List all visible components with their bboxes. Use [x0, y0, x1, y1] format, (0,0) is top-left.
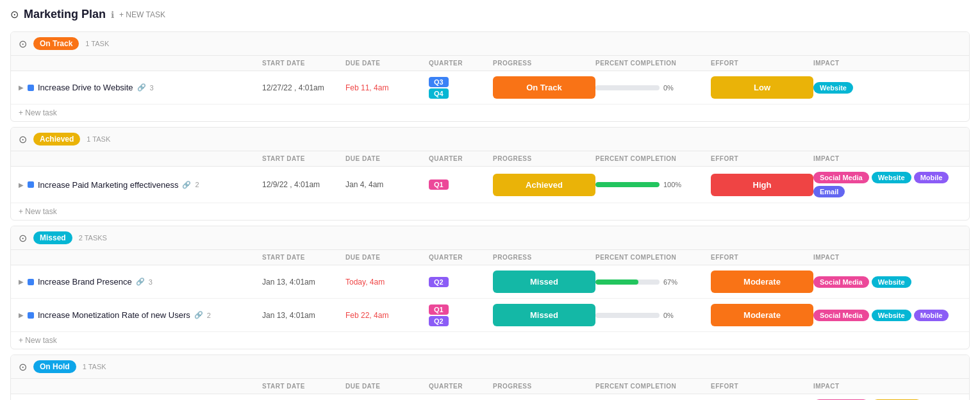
task-name: Increase Paid Marketing effectiveness: [38, 180, 178, 190]
impact-tag: Website: [872, 310, 911, 321]
effort-pill: High: [711, 174, 813, 196]
col-effort: EFFORT: [711, 155, 813, 162]
quarter-tag: Q1: [429, 179, 449, 190]
percent-cell: 0%: [595, 312, 711, 319]
col-progress: PROGRESS: [493, 254, 595, 261]
progress-bar-bg: [595, 182, 660, 187]
chevron-icon[interactable]: ⊙: [19, 133, 27, 146]
chevron-icon[interactable]: ⊙: [19, 38, 27, 50]
expand-icon[interactable]: ▶: [19, 278, 24, 285]
status-badge-achieved: Achieved: [33, 133, 80, 146]
subtask-link-icon: 🔗: [182, 181, 191, 189]
progress-pill: Missed: [493, 271, 595, 293]
effort-pill: Low: [711, 76, 813, 99]
due-date: Today, 4am: [345, 278, 429, 287]
page-title: Marketing Plan: [24, 8, 106, 21]
col-task: [19, 60, 262, 67]
percent-text: 67%: [663, 278, 677, 286]
quarter-cell: Q1Q2: [429, 304, 493, 326]
col-due-date: DUE DATE: [345, 155, 429, 162]
col-task: [19, 254, 262, 261]
progress-cell: Missed: [493, 271, 595, 293]
progress-bar-bg: [595, 279, 660, 285]
section-header-missed: ⊙ Missed 2 TASKS: [11, 226, 969, 250]
quarter-tag: Q3: [429, 77, 449, 87]
impact-cell: Social MediaWebsiteMobileEmail: [813, 172, 961, 197]
info-icon[interactable]: ℹ: [111, 10, 114, 20]
expand-icon[interactable]: ▶: [19, 84, 24, 91]
task-name-cell: ▶ Increase Drive to Website 🔗 3: [19, 83, 262, 92]
quarter-tag: Q2: [429, 277, 449, 287]
new-task-row[interactable]: + New task: [11, 203, 969, 220]
new-task-button[interactable]: + NEW TASK: [119, 10, 165, 19]
col-effort: EFFORT: [711, 383, 813, 390]
chevron-icon[interactable]: ⊙: [19, 361, 27, 373]
progress-cell: Missed: [493, 304, 595, 326]
col-due-date: DUE DATE: [345, 383, 429, 390]
subtask-count: 3: [150, 84, 154, 92]
subtask-link-icon: 🔗: [136, 278, 145, 286]
effort-pill: Moderate: [711, 304, 813, 326]
impact-tag: Mobile: [914, 172, 949, 183]
col-effort: EFFORT: [711, 60, 813, 67]
start-date: 12/27/22 , 4:01am: [262, 83, 345, 92]
due-date: Jan 4, 4am: [345, 180, 429, 189]
progress-bar-bg: [595, 313, 660, 318]
col-percent: PERCENT COMPLETION: [595, 155, 711, 162]
effort-pill: Moderate: [711, 271, 813, 293]
section-onhold: ⊙ On Hold 1 TASK START DATE DUE DATE QUA…: [10, 354, 970, 400]
status-badge-ontrack: On Track: [33, 37, 79, 50]
quarter-cell: Q1: [429, 179, 493, 190]
start-date: Jan 13, 4:01am: [262, 311, 345, 320]
effort-cell: Moderate: [711, 304, 813, 326]
col-percent: PERCENT COMPLETION: [595, 383, 711, 390]
col-task: [19, 155, 262, 162]
table-row: ▶ Increase Monetization Rate of new User…: [11, 299, 969, 332]
percent-text: 0%: [663, 84, 674, 92]
column-headers: START DATE DUE DATE QUARTER PROGRESS PER…: [11, 379, 969, 394]
col-due-date: DUE DATE: [345, 60, 429, 67]
task-name: Increase Brand Presence: [38, 277, 132, 287]
new-task-row[interactable]: + New task: [11, 332, 969, 349]
section-header-ontrack: ⊙ On Track 1 TASK: [11, 32, 969, 56]
percent-text: 100%: [663, 181, 681, 188]
progress-cell: Achieved: [493, 174, 595, 196]
task-name-cell: ▶ Increase Paid Marketing effectiveness …: [19, 180, 262, 190]
chevron-icon[interactable]: ⊙: [19, 232, 27, 244]
task-dot: [28, 279, 34, 285]
column-headers: START DATE DUE DATE QUARTER PROGRESS PER…: [11, 250, 969, 265]
impact-tag: Website: [872, 172, 911, 183]
col-due-date: DUE DATE: [345, 254, 429, 261]
percent-cell: 100%: [595, 181, 711, 188]
collapse-icon[interactable]: ⊙: [10, 8, 19, 21]
status-badge-onhold: On Hold: [33, 360, 76, 373]
col-start-date: START DATE: [262, 383, 345, 390]
col-quarter: QUARTER: [429, 383, 493, 390]
impact-tag: Mobile: [914, 310, 949, 321]
section-achieved: ⊙ Achieved 1 TASK START DATE DUE DATE QU…: [10, 127, 970, 221]
col-task: [19, 383, 262, 390]
start-date: Jan 13, 4:01am: [262, 278, 345, 287]
expand-icon[interactable]: ▶: [19, 312, 24, 319]
due-date: Feb 22, 4am: [345, 311, 429, 320]
table-row: ▶ Increase Drive to Website 🔗 3 12/27/22…: [11, 71, 969, 104]
task-name-cell: ▶ Increase Brand Presence 🔗 3: [19, 277, 262, 287]
subtask-link-icon: 🔗: [137, 83, 146, 92]
task-name: Increase Monetization Rate of new Users: [38, 310, 190, 320]
effort-cell: Moderate: [711, 271, 813, 293]
status-badge-missed: Missed: [33, 231, 72, 244]
progress-bar-bg: [595, 85, 660, 90]
task-name: Increase Drive to Website: [38, 83, 133, 92]
subtask-count: 2: [195, 181, 199, 188]
col-impact: IMPACT: [813, 155, 961, 162]
new-task-row[interactable]: + New task: [11, 104, 969, 121]
impact-cell: Social MediaWebsiteMobile: [813, 310, 961, 321]
expand-icon[interactable]: ▶: [19, 181, 24, 188]
task-name-cell: ▶ Increase Monetization Rate of new User…: [19, 310, 262, 320]
task-count-missed: 2 TASKS: [79, 234, 107, 242]
task-count-ontrack: 1 TASK: [85, 40, 109, 47]
column-headers: START DATE DUE DATE QUARTER PROGRESS PER…: [11, 151, 969, 167]
task-dot: [28, 312, 34, 319]
progress-pill: On Track: [493, 76, 595, 99]
col-impact: IMPACT: [813, 254, 961, 261]
